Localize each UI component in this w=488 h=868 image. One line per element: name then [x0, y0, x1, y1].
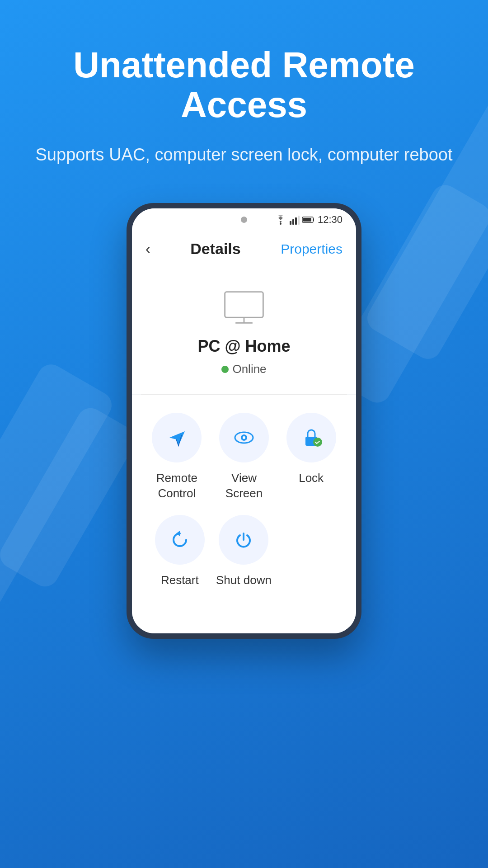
wifi-icon: [274, 215, 287, 225]
device-name: PC @ Home: [197, 337, 290, 356]
phone-bottom-pad: [132, 606, 356, 633]
actions-row-1: RemoteControl View Screen: [145, 413, 343, 501]
page-content: Unattended Remote Access Supports UAC, c…: [0, 0, 488, 868]
restart-circle: [155, 515, 205, 565]
svg-point-0: [280, 223, 282, 225]
device-section: PC @ Home Online: [132, 267, 356, 394]
online-label: Online: [232, 362, 266, 376]
hero-section: Unattended Remote Access Supports UAC, c…: [0, 0, 488, 167]
view-screen-label: View Screen: [213, 471, 276, 501]
actions-section: RemoteControl View Screen: [132, 395, 356, 606]
eye-icon: [232, 426, 256, 449]
action-restart[interactable]: Restart: [150, 515, 210, 588]
online-indicator: [221, 366, 229, 373]
svg-rect-4: [298, 216, 300, 225]
status-time: 12:30: [318, 214, 343, 226]
remote-control-label: RemoteControl: [156, 471, 197, 501]
power-icon: [232, 528, 255, 552]
action-view-screen[interactable]: View Screen: [213, 413, 276, 501]
remote-control-circle: [152, 413, 202, 462]
properties-link[interactable]: Properties: [281, 241, 343, 257]
svg-rect-3: [295, 217, 297, 225]
actions-row-2: Restart Shut down: [145, 515, 343, 588]
view-screen-circle: [219, 413, 269, 462]
restart-label: Restart: [161, 573, 199, 588]
status-bar: 12:30: [132, 208, 356, 231]
hero-subtitle: Supports UAC, computer screen lock, comp…: [27, 143, 461, 167]
lock-circle: [286, 413, 336, 462]
svg-rect-2: [292, 219, 294, 225]
shutdown-circle: [219, 515, 268, 565]
action-shutdown[interactable]: Shut down: [214, 515, 274, 588]
svg-point-12: [243, 436, 245, 439]
status-bar-center: [241, 217, 247, 223]
camera-dot: [241, 217, 247, 223]
hero-title: Unattended Remote Access: [27, 45, 461, 125]
online-badge: Online: [221, 362, 266, 376]
svg-rect-1: [290, 221, 291, 225]
battery-icon: [302, 216, 315, 223]
back-button[interactable]: ‹: [145, 241, 150, 257]
status-bar-right: 12:30: [274, 214, 343, 226]
lock-icon: [300, 426, 323, 449]
shutdown-label: Shut down: [216, 573, 272, 588]
header-title: Details: [190, 240, 241, 258]
action-remote-control[interactable]: RemoteControl: [145, 413, 208, 501]
send-icon: [165, 426, 188, 449]
app-header: ‹ Details Properties: [132, 231, 356, 267]
svg-rect-7: [225, 292, 263, 317]
phone-mockup: 12:30 ‹ Details Properties PC @ Home: [127, 203, 361, 638]
signal-icon: [290, 215, 300, 225]
lock-label: Lock: [299, 471, 324, 486]
monitor-icon: [221, 290, 267, 328]
svg-point-14: [313, 438, 322, 447]
action-lock[interactable]: Lock: [280, 413, 343, 501]
phone-inner: 12:30 ‹ Details Properties PC @ Home: [132, 208, 356, 633]
restart-icon: [168, 528, 192, 552]
svg-rect-6: [303, 218, 311, 222]
